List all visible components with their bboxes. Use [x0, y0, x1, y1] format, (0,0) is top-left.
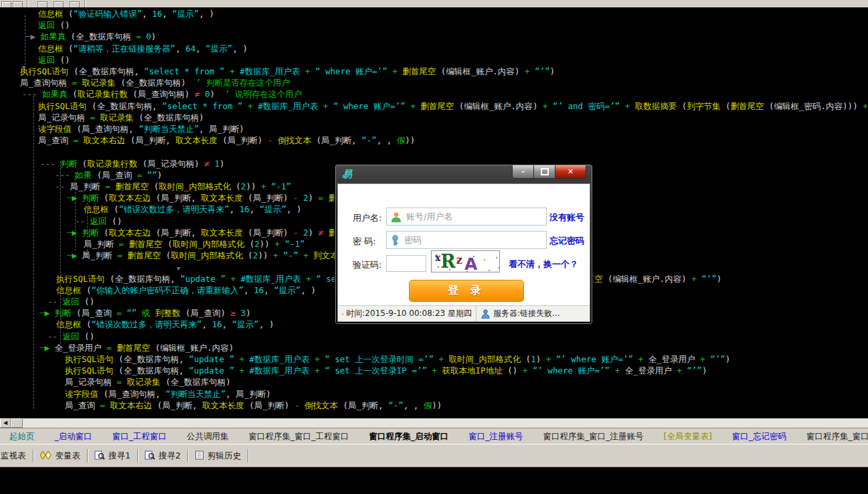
panel-button-搜寻2[interactable]: 搜寻2 [138, 448, 187, 464]
dialog-statusbar: 时间:2015-9-10 00:08:23 星期四 服务器:链接失败... [338, 305, 590, 321]
status-server: 服务器:链接失败... [476, 306, 564, 321]
login-button[interactable]: 登 录 [409, 280, 524, 302]
maximize-icon [541, 168, 549, 175]
horizontal-scrollbar[interactable]: ◀ [0, 418, 868, 428]
code-line: -- 局_判断 = 删首尾空 (取时间_内部格式化 (2)) + “-1” [55, 181, 291, 192]
code-line: ┄▶ 全_登录用户 = 删首尾空 (编辑框_账户.内容) [39, 342, 234, 353]
code-line: 信息框 (“请稍等，正在链接服务器”, 64, “提示”, ) [38, 43, 248, 54]
code-line: ┄▶ 判断 (取文本左边 (局_判断, 取文本长度 (局_判断) - 2) = … [67, 192, 362, 203]
panel-button-label: 监视表 [1, 450, 26, 462]
code-line: --- 判断 (取记录集行数 (局_记录句柄) ≠ 1) [40, 158, 224, 169]
dialog-titlebar[interactable]: 易 – ✕ [335, 165, 592, 183]
captcha-char: z [456, 255, 462, 266]
flow-down-arrow: ▼ [177, 266, 180, 272]
code-line: 返回 () [38, 19, 70, 31]
panel-button-label: 搜寻2 [159, 450, 181, 462]
username-input[interactable]: 账号/用户名 [386, 208, 547, 226]
elang-logo-icon: 易 [342, 168, 352, 181]
flow-down-arrow: ▼ [84, 252, 88, 258]
file-tab[interactable]: 窗口_忘记密码 [723, 428, 794, 444]
search-icon [145, 450, 155, 462]
username-label: 用户名: [353, 212, 381, 224]
file-tab[interactable]: 窗口_注册账号 [459, 428, 531, 444]
person-icon [481, 309, 491, 319]
code-line: 执行SQL语句 (全_数据库句柄, “select * from ” + #数据… [20, 66, 555, 77]
search-icon [94, 450, 105, 462]
code-line: -- 返回 () [48, 331, 94, 342]
password-label: 密 码: [353, 236, 376, 248]
password-input[interactable]: 密码 [386, 231, 547, 249]
history-icon [195, 450, 204, 462]
dialog-body: 用户名: 账号/用户名 没有账号 密 码: 密码 忘记密码 验证码: xRzA … [337, 183, 590, 322]
panel-button-label: 搜寻1 [108, 450, 131, 462]
captcha-image[interactable]: xRzA [431, 250, 500, 272]
captcha-char: x [435, 253, 440, 262]
file-tab[interactable]: 起始页 [0, 428, 43, 444]
file-tab[interactable]: 窗口_工程窗口 [103, 428, 175, 444]
code-line: --- 如果 (局_查询 = “”) [55, 169, 162, 181]
file-tab[interactable]: _启动窗口 [46, 428, 100, 444]
code-line: 局_记录句柄 = 取记录集 (全_数据库句柄) [38, 112, 204, 123]
panel-button-剪辑历史[interactable]: 剪辑历史 [188, 448, 248, 464]
panel-separator [248, 449, 248, 463]
toolbar-separator [84, 0, 85, 7]
captcha-char: R [440, 252, 455, 270]
captcha-input[interactable] [386, 255, 426, 272]
code-line: ┄▶ 判断 (取文本左边 (局_判断, 取文本长度 (局_判断) - 2) ≠ … [67, 227, 362, 238]
indent-guide [87, 196, 88, 251]
file-tab[interactable]: 窗口程序集_启动窗口 [360, 428, 457, 444]
indent-guide [60, 161, 61, 343]
forgot-password-link[interactable]: 忘记密码 [549, 235, 584, 247]
status-time: 时间:2015-9-10 00:08:23 星期四 [338, 306, 476, 321]
panel-button-搜寻1[interactable]: 搜寻1 [88, 448, 137, 464]
indent-guide [25, 15, 25, 65]
code-line: ┄▶ 判断 (局_查询 = “” 或 到整数 (局_查询) ≥ 3) [39, 307, 251, 319]
close-button[interactable]: ✕ [555, 165, 586, 178]
status-time-text: 时间:2015-9-10 00:08:23 星期四 [346, 308, 472, 319]
captcha-label: 验证码: [353, 259, 381, 271]
file-tab[interactable]: 窗口程序集_窗口_注册账号 [534, 428, 652, 444]
file-tab[interactable]: 公共调用集 [177, 428, 237, 444]
no-account-link[interactable]: 没有账号 [549, 212, 584, 224]
file-tab[interactable]: 窗口程序集_窗口_工程窗口 [240, 428, 357, 444]
file-tab[interactable]: 窗口程序集_窗口_忘记密码 [797, 428, 868, 444]
code-line: 执行SQL语句 (全_数据库句柄, “update ” + #数据库_用户表 +… [65, 365, 707, 376]
code-line: 局_记录句柄 = 取记录集 (全_数据库句柄) [65, 376, 231, 388]
code-line: 局_查询 = 取文本右边 (局_判断, 取文本长度 (局_判断) - 倒找文本 … [65, 400, 442, 411]
panel-button-变量表[interactable]: 变量表 [33, 448, 88, 464]
toolbar-separator [27, 0, 27, 7]
code-line: -- 返回 () [75, 216, 122, 227]
indent-guide [33, 96, 34, 409]
footer-empty-area [0, 467, 868, 494]
code-line: 信息框 (“错误次数过多，请明天再来”, 16, “提示”, ) [84, 203, 301, 215]
scroll-left-button[interactable]: ◀ [0, 418, 11, 428]
code-line: 信息框 (“验证码输入错误”, 16, “提示”, ) [38, 8, 214, 19]
file-tab[interactable]: [全局变量表] [655, 428, 720, 444]
username-placeholder: 账号/用户名 [406, 211, 452, 223]
panel-button-label: 变量表 [56, 450, 81, 462]
panel-button-监视表[interactable]: 监视表 [0, 448, 33, 464]
window-controls: – ✕ [512, 165, 586, 179]
var-table-icon [40, 450, 52, 462]
captcha-refresh-link[interactable]: 看不清，换一个？ [509, 258, 578, 270]
indent-guide [75, 172, 76, 251]
code-line: 执行SQL语句 (全_数据库句柄, “update ” + #数据库_用户表 +… [65, 353, 730, 365]
status-server-text: 服务器:链接失败... [493, 308, 560, 319]
code-line: -- 返回 () [48, 296, 94, 307]
code-line: 局_查询句柄 = 取记录集 (全_数据库句柄) ’ 判断是否存在这个用户 [20, 77, 290, 88]
user-icon [390, 212, 402, 222]
code-line: --- 如果真 (取记录集行数 (局_查询句柄) ≠ 0) ’ 说明存在这个用户 [22, 88, 302, 100]
code-line: ┄▶ 如果真 (全_数据库句柄 = 0) [25, 31, 156, 42]
minimize-button[interactable]: – [513, 165, 534, 178]
scrollbar-thumb[interactable] [11, 418, 23, 428]
code-line: ┄▶ 局_判断 = 删首尾空 (取时间_内部格式化 (2)) + “-” + 到… [67, 250, 349, 261]
maximize-button[interactable] [534, 165, 555, 178]
ide-window: 信息框 (“验证码输入错误”, 16, “提示”, )返回 ()┄▶ 如果真 (… [0, 0, 868, 494]
person-icon [342, 309, 343, 319]
password-placeholder: 密码 [404, 234, 422, 246]
flow-down-arrow: ▼ [22, 65, 25, 71]
code-line: 局_查询 = 取文本右边 (局_判断, 取文本长度 (局_判断) - 倒找文本 … [38, 135, 415, 146]
captcha-char: A [464, 256, 477, 272]
bottom-panelbar: 监视表变量表搜寻1搜寻2剪辑历史 [0, 444, 868, 468]
key-icon [390, 235, 400, 246]
